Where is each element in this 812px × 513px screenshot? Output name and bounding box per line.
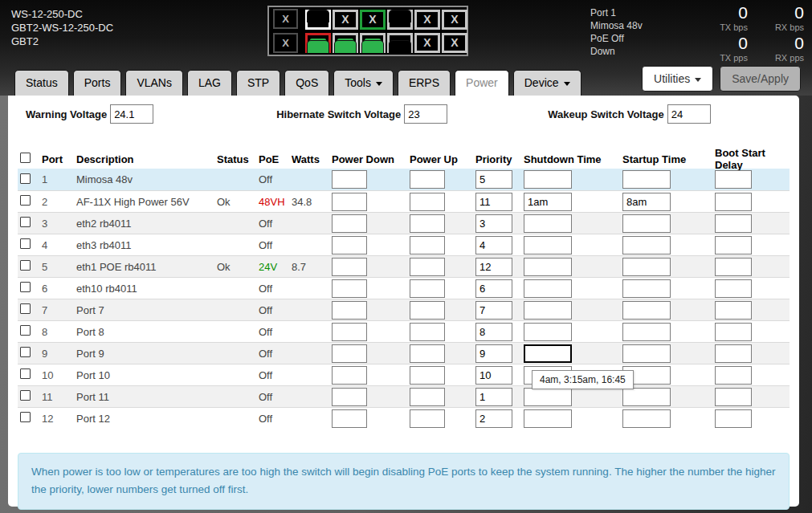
- priority-input[interactable]: [475, 301, 512, 320]
- shutdown-time-input[interactable]: [524, 279, 572, 298]
- power-down-input[interactable]: [332, 323, 367, 341]
- power-up-input[interactable]: [410, 258, 445, 276]
- row-checkbox[interactable]: [20, 217, 31, 227]
- port-5-icon[interactable]: X: [360, 10, 386, 30]
- priority-input[interactable]: [475, 366, 512, 385]
- port-2-icon[interactable]: [305, 33, 331, 53]
- power-up-input[interactable]: [410, 409, 445, 428]
- tab-ports[interactable]: Ports: [73, 70, 122, 96]
- boot-start-delay-input[interactable]: [715, 214, 752, 233]
- power-down-input[interactable]: [332, 409, 367, 428]
- shutdown-time-input[interactable]: [524, 214, 572, 233]
- boot-start-delay-input[interactable]: [715, 366, 752, 385]
- row-checkbox[interactable]: [20, 412, 31, 422]
- power-up-input[interactable]: [410, 236, 445, 254]
- port-11-icon[interactable]: X: [442, 10, 467, 30]
- tab-vlans[interactable]: VLANs: [125, 70, 183, 96]
- power-up-input[interactable]: [410, 344, 445, 363]
- port-4-icon[interactable]: [333, 33, 358, 53]
- shutdown-time-input[interactable]: [524, 170, 572, 189]
- port-3-icon[interactable]: X: [333, 10, 358, 30]
- power-down-input[interactable]: [332, 170, 367, 189]
- tab-status[interactable]: Status: [14, 70, 69, 96]
- tab-erps[interactable]: ERPS: [398, 70, 451, 96]
- boot-start-delay-input[interactable]: [715, 344, 752, 363]
- row-checkbox[interactable]: [20, 195, 31, 206]
- power-up-input[interactable]: [410, 323, 445, 341]
- startup-time-input[interactable]: [622, 258, 671, 276]
- tab-qos[interactable]: QoS: [284, 70, 329, 96]
- shutdown-time-input[interactable]: [524, 236, 572, 254]
- row-checkbox[interactable]: [20, 282, 31, 292]
- boot-start-delay-input[interactable]: [715, 193, 752, 211]
- startup-time-input[interactable]: [622, 301, 671, 320]
- startup-time-input[interactable]: [622, 344, 671, 363]
- row-checkbox[interactable]: [20, 260, 31, 271]
- priority-input[interactable]: [475, 388, 512, 406]
- shutdown-time-input[interactable]: [524, 258, 572, 276]
- power-up-input[interactable]: [410, 366, 445, 385]
- priority-input[interactable]: [475, 193, 512, 211]
- row-checkbox[interactable]: [20, 390, 31, 401]
- port-10-icon[interactable]: X: [414, 33, 440, 53]
- power-up-input[interactable]: [410, 193, 445, 211]
- power-down-input[interactable]: [332, 388, 367, 406]
- power-down-input[interactable]: [332, 366, 367, 385]
- wakeup-voltage-input[interactable]: [667, 104, 711, 124]
- power-up-input[interactable]: [410, 279, 445, 298]
- power-down-input[interactable]: [332, 301, 367, 320]
- startup-time-input[interactable]: [622, 214, 671, 233]
- startup-time-input[interactable]: [622, 388, 671, 406]
- power-down-input[interactable]: [332, 258, 367, 276]
- priority-input[interactable]: [475, 323, 512, 341]
- row-checkbox[interactable]: [20, 368, 31, 379]
- priority-input[interactable]: [475, 236, 512, 254]
- boot-start-delay-input[interactable]: [715, 323, 752, 341]
- row-checkbox[interactable]: [20, 303, 31, 314]
- sfp-port-icon[interactable]: X: [273, 33, 298, 53]
- port-6-icon[interactable]: [360, 33, 386, 53]
- power-up-input[interactable]: [410, 301, 445, 320]
- power-up-input[interactable]: [410, 214, 445, 233]
- boot-start-delay-input[interactable]: [715, 388, 752, 406]
- power-down-input[interactable]: [332, 236, 367, 254]
- startup-time-input[interactable]: [622, 323, 671, 341]
- boot-start-delay-input[interactable]: [715, 409, 752, 428]
- tab-stp[interactable]: STP: [236, 70, 280, 96]
- power-down-input[interactable]: [332, 193, 367, 211]
- shutdown-time-input[interactable]: [524, 409, 572, 428]
- row-checkbox[interactable]: [20, 347, 31, 357]
- boot-start-delay-input[interactable]: [715, 236, 752, 254]
- priority-input[interactable]: [475, 279, 512, 298]
- tab-tools[interactable]: Tools: [333, 70, 394, 96]
- hibernate-voltage-input[interactable]: [404, 104, 447, 124]
- select-all-checkbox[interactable]: [20, 153, 31, 163]
- boot-start-delay-input[interactable]: [715, 301, 752, 320]
- boot-start-delay-input[interactable]: [715, 279, 752, 298]
- power-down-input[interactable]: [332, 279, 367, 298]
- warning-voltage-input[interactable]: [110, 104, 153, 124]
- startup-time-input[interactable]: [622, 279, 671, 298]
- sfp-port-icon[interactable]: X: [273, 9, 298, 29]
- tab-power[interactable]: Power: [455, 70, 509, 96]
- port-12-icon[interactable]: X: [442, 33, 467, 53]
- utilities-button[interactable]: Utilities: [642, 66, 713, 92]
- row-checkbox[interactable]: [20, 173, 31, 184]
- shutdown-time-input[interactable]: [524, 323, 572, 341]
- shutdown-time-input[interactable]: [524, 388, 572, 406]
- port-7-icon[interactable]: [387, 10, 413, 30]
- port-9-icon[interactable]: X: [414, 10, 440, 30]
- boot-start-delay-input[interactable]: [715, 258, 752, 276]
- row-checkbox[interactable]: [20, 238, 31, 249]
- shutdown-time-input[interactable]: [524, 344, 572, 363]
- priority-input[interactable]: [475, 344, 512, 363]
- startup-time-input[interactable]: [622, 193, 671, 211]
- save-apply-button[interactable]: Save/Apply: [720, 66, 801, 92]
- power-down-input[interactable]: [332, 344, 367, 363]
- boot-start-delay-input[interactable]: [715, 170, 752, 189]
- tab-lag[interactable]: LAG: [187, 70, 232, 96]
- power-up-input[interactable]: [410, 170, 445, 189]
- power-down-input[interactable]: [332, 214, 367, 233]
- power-up-input[interactable]: [410, 388, 445, 406]
- startup-time-input[interactable]: [622, 170, 671, 189]
